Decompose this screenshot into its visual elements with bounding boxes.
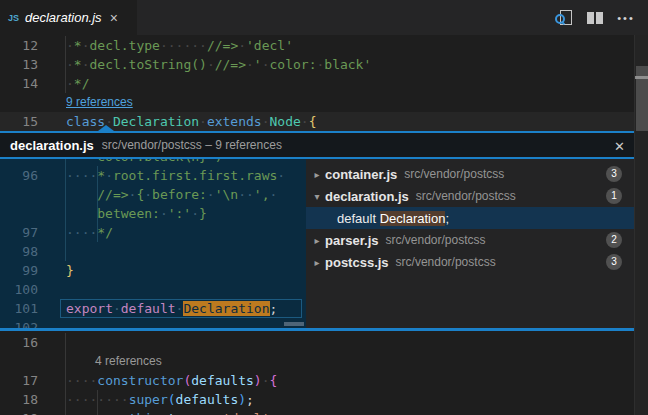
code-token: { [270, 373, 278, 388]
code-token: · [207, 187, 215, 202]
file-name: declaration.js [325, 189, 409, 204]
tab-close-icon[interactable]: × [110, 11, 118, 25]
code-token: ·· [238, 187, 254, 202]
code-token: color:black\n}') [97, 159, 222, 164]
overview-ruler-marker [635, 76, 648, 79]
code-line: 17····constructor(defaults)·{ [0, 371, 634, 390]
javascript-file-icon: JS [8, 13, 19, 23]
peek-result-file-parser.js[interactable]: ▸parser.jssrc/vendor/postcss2 [306, 229, 634, 251]
line-number: 13 [0, 55, 38, 74]
codelens-row: 9 references [0, 93, 634, 112]
code-token: color: [270, 57, 317, 72]
codelens-row: 4 references [0, 352, 634, 371]
line-number: 102 [0, 318, 38, 328]
peek-editor[interactable]: color:black\n}')96····*·root.first.first… [0, 159, 306, 328]
peek-result-file-declaration.js[interactable]: ▾declaration.jssrc/vendor/postcss1 [306, 185, 634, 207]
search-in-document-icon[interactable] [555, 10, 573, 26]
code-token: · [262, 57, 270, 72]
code-token: black' [324, 57, 371, 72]
line-number: 99 [0, 261, 38, 280]
code-token: ···· [66, 225, 97, 240]
peek-references-list: ▸container.jssrc/vendor/postcss3▾declara… [306, 159, 634, 328]
reference-text: default Declaration; [337, 211, 449, 226]
code-token: */ [97, 225, 113, 240]
line-number: 98 [0, 242, 38, 261]
tab-bar: JS declaration.js × ••• [0, 0, 648, 35]
code-token: · [199, 114, 207, 129]
code-token: decl.type [89, 38, 159, 53]
code-line: 102 [0, 318, 306, 328]
code-line: 97····*/ [0, 223, 306, 242]
peek-result-file-container.js[interactable]: ▸container.jssrc/vendor/postcss3 [306, 163, 634, 185]
code-line: 98 [0, 242, 306, 261]
code-token: ; [246, 392, 254, 407]
code-line: 19········this.type·=·'decl'; [0, 409, 634, 415]
code-token: · [246, 57, 254, 72]
reference-count-badge: 3 [606, 166, 622, 182]
line-number: 15 [0, 112, 38, 131]
file-name: parser.js [325, 233, 379, 248]
editor-scrollbar[interactable] [634, 35, 648, 415]
code-line: //=>·{·before:·'\n··',· [0, 185, 306, 204]
code-line: 16 [0, 333, 634, 352]
code-token: · [160, 206, 168, 221]
code-token: · [144, 187, 152, 202]
code-token: Declaration [113, 114, 199, 129]
code-line: 100 [0, 280, 306, 299]
code-token: defaults [191, 373, 254, 388]
code-token: ) [254, 373, 262, 388]
match-highlight: Declaration [380, 211, 446, 226]
code-line: 18········super(defaults); [0, 390, 634, 409]
code-line: 13·*·decl.toString()·//=>·'·color:·black… [0, 55, 634, 74]
code-line: 99} [0, 261, 306, 280]
codelens-references-link[interactable]: 4 references [95, 352, 162, 371]
chevron-expanded-icon[interactable]: ▾ [311, 191, 323, 202]
code-token: this [129, 411, 160, 415]
peek-result-file-postcss.js[interactable]: ▸postcss.jssrc/vendor/postcss3 [306, 251, 634, 273]
file-path: src/vendor/postcss [386, 233, 486, 247]
line-number: 19 [0, 409, 38, 415]
code-token: · [262, 114, 270, 129]
code-token: ( [168, 392, 176, 407]
split-editor-icon[interactable] [586, 10, 604, 26]
code-token: before: [152, 187, 207, 202]
code-token: * [74, 38, 82, 53]
code-token: defaults [176, 392, 239, 407]
code-token: 'decl' [223, 411, 270, 415]
peek-title: declaration.js [10, 138, 94, 153]
code-token: ········ [66, 392, 129, 407]
codelens-references-link[interactable]: 9 references [66, 93, 133, 112]
peek-result-reference[interactable]: default Declaration; [306, 207, 634, 229]
code-token: super [129, 392, 168, 407]
file-name: container.js [325, 167, 397, 182]
code-token: ' [254, 57, 262, 72]
tab-declaration-js[interactable]: JS declaration.js × [0, 0, 137, 35]
code-token: ···· [66, 373, 97, 388]
peek-close-icon[interactable]: ✕ [614, 135, 625, 159]
code-line: 101export·default·Declaration; [0, 299, 306, 318]
code-line: 12·*·decl.type······//=>·'decl' [0, 36, 634, 55]
chevron-collapsed-icon[interactable]: ▸ [311, 257, 323, 268]
code-token: * [97, 168, 105, 183]
editor-top[interactable]: 12·*·decl.type······//=>·'decl'13·*·decl… [0, 35, 634, 131]
code-token: * [74, 57, 82, 72]
code-token: decl.toString() [89, 57, 206, 72]
line-number: 17 [0, 371, 38, 390]
reference-count-badge: 2 [606, 232, 622, 248]
code-token: = [207, 411, 215, 415]
code-token: · [199, 411, 207, 415]
editor-bottom[interactable]: 164 references17····constructor(defaults… [0, 331, 634, 415]
chevron-collapsed-icon[interactable]: ▸ [311, 235, 323, 246]
chevron-collapsed-icon[interactable]: ▸ [311, 169, 323, 180]
code-token: */ [74, 76, 90, 91]
code-token: //=> [207, 38, 238, 53]
code-line: color:black\n}') [0, 159, 306, 166]
line-number: 96 [0, 166, 38, 185]
code-line: between:·':'·} [0, 204, 306, 223]
more-actions-icon[interactable]: ••• [617, 10, 635, 26]
line-number: 97 [0, 223, 38, 242]
code-token: between: [97, 206, 160, 221]
code-token: root.first.first.raws [113, 168, 277, 183]
line-number: 12 [0, 36, 38, 55]
code-token: extends [207, 114, 262, 129]
